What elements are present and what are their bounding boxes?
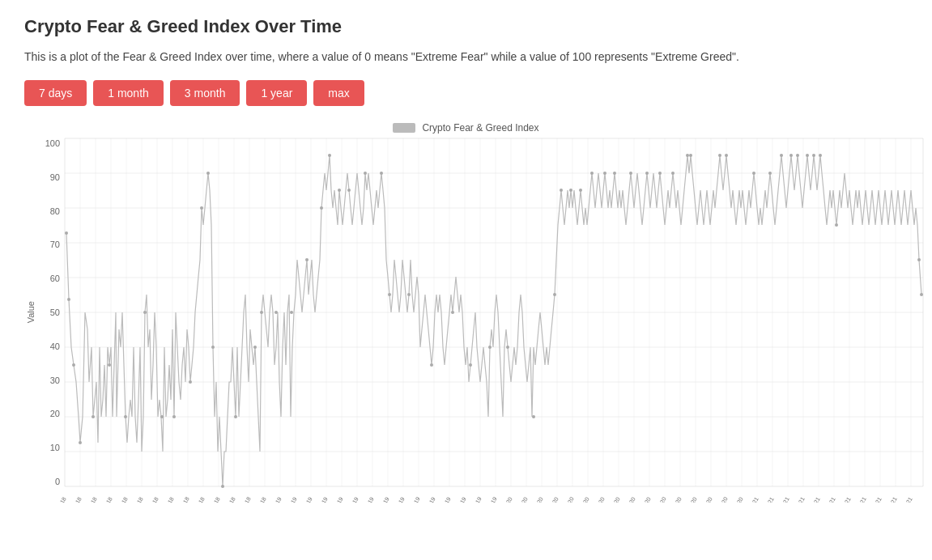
svg-point-79	[189, 380, 192, 384]
svg-point-82	[211, 346, 215, 349]
svg-point-92	[338, 189, 341, 192]
svg-point-89	[305, 258, 309, 261]
svg-point-112	[645, 172, 649, 175]
chart-legend: Crypto Fear & Greed Index	[24, 122, 908, 134]
svg-point-120	[768, 172, 772, 175]
svg-point-110	[613, 172, 616, 175]
svg-point-86	[260, 311, 263, 314]
svg-point-83	[221, 485, 224, 488]
svg-point-115	[686, 154, 689, 157]
btn-7days[interactable]: 7 days	[24, 80, 87, 106]
chart-container: Crypto Fear & Greed Index Value 100 90 8…	[24, 122, 908, 486]
svg-point-128	[917, 258, 921, 261]
svg-point-75	[124, 415, 127, 418]
svg-point-94	[364, 172, 367, 175]
y-axis: 100 90 80 70 60 50 40 30 20 10 0	[39, 138, 65, 486]
svg-point-87	[274, 311, 278, 314]
svg-point-76	[143, 311, 147, 314]
y-axis-label: Value	[24, 301, 37, 323]
svg-point-78	[172, 415, 176, 418]
legend-color-box	[393, 123, 415, 133]
svg-point-118	[725, 154, 728, 157]
svg-point-93	[347, 189, 351, 192]
svg-point-117	[718, 154, 721, 157]
btn-1year[interactable]: 1 year	[246, 80, 307, 106]
svg-text:1 Feb, 2018: 1 Feb, 2018	[47, 496, 67, 503]
filter-buttons: 7 days 1 month 3 month 1 year max	[24, 80, 908, 106]
svg-point-84	[234, 415, 237, 418]
svg-point-91	[328, 154, 331, 157]
svg-point-73	[91, 415, 95, 418]
svg-point-69	[65, 231, 68, 235]
svg-point-97	[407, 293, 411, 296]
svg-point-104	[553, 293, 556, 296]
svg-point-111	[629, 172, 632, 175]
svg-point-70	[67, 298, 70, 301]
svg-point-121	[780, 154, 783, 157]
description-text: This is a plot of the Fear & Greed Index…	[24, 49, 908, 66]
svg-point-98	[430, 363, 433, 367]
legend-label: Crypto Fear & Greed Index	[422, 122, 538, 134]
svg-point-119	[752, 172, 755, 175]
x-axis-labels: 1 Feb, 2018 25 Feb, 2018 21 Mar, 2018 15…	[47, 496, 914, 503]
svg-point-124	[806, 154, 809, 157]
svg-point-95	[380, 172, 383, 175]
svg-point-122	[789, 154, 793, 157]
svg-point-72	[79, 441, 82, 444]
svg-point-129	[920, 293, 923, 296]
svg-point-88	[290, 311, 293, 314]
svg-point-109	[603, 172, 606, 175]
svg-point-105	[560, 189, 563, 192]
svg-point-71	[72, 363, 75, 367]
page-title: Crypto Fear & Greed Index Over Time	[24, 16, 908, 37]
svg-point-96	[388, 293, 391, 296]
chart-svg: 1 Feb, 2018 25 Feb, 2018 21 Mar, 2018 15…	[65, 138, 923, 486]
svg-point-126	[819, 154, 822, 157]
svg-point-114	[671, 172, 675, 175]
svg-point-81	[206, 172, 210, 175]
svg-point-100	[469, 363, 472, 367]
svg-point-106	[569, 189, 572, 192]
svg-point-85	[253, 346, 257, 349]
svg-point-99	[451, 311, 454, 314]
svg-point-116	[689, 154, 692, 157]
svg-point-90	[320, 206, 323, 210]
btn-max[interactable]: max	[313, 80, 364, 106]
svg-point-103	[532, 415, 535, 418]
svg-point-125	[812, 154, 815, 157]
chart-data-series	[65, 154, 923, 488]
svg-point-74	[108, 363, 111, 367]
svg-point-102	[506, 346, 509, 349]
btn-3month[interactable]: 3 month	[170, 80, 240, 106]
svg-point-80	[200, 206, 203, 210]
btn-1month[interactable]: 1 month	[93, 80, 164, 106]
svg-point-108	[590, 172, 594, 175]
svg-point-127	[835, 223, 838, 227]
svg-point-123	[796, 154, 799, 157]
svg-point-77	[160, 415, 164, 418]
svg-point-113	[658, 172, 662, 175]
svg-point-101	[488, 346, 492, 349]
svg-point-107	[579, 189, 582, 192]
